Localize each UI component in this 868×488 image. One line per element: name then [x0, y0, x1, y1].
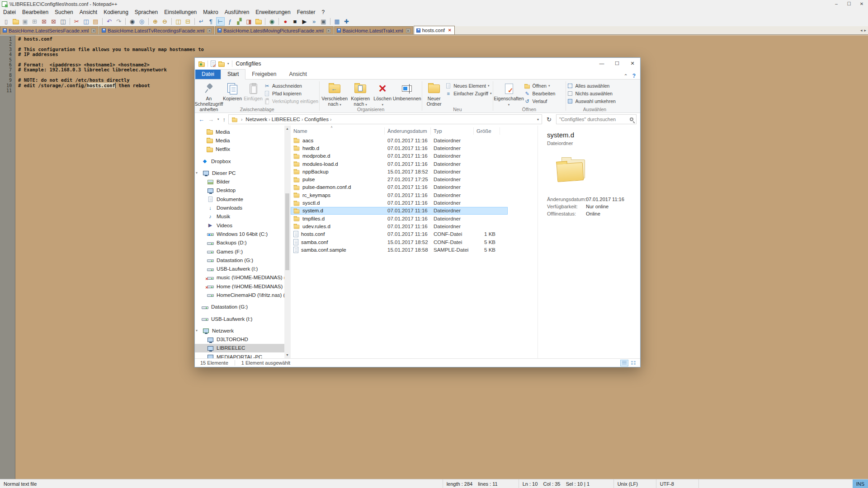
file-row-tmpfiles-d[interactable]: tmpfiles.d07.01.2017 11:16Dateiordner	[291, 215, 538, 222]
plugin-a-icon[interactable]: ▦	[333, 17, 341, 26]
sidebar-item-dokumente[interactable]: Dokumente	[195, 195, 290, 203]
undo-icon[interactable]: ↶	[105, 17, 113, 26]
sidebar-item-dropbox[interactable]: ◆Dropbox	[195, 157, 290, 165]
edit-button[interactable]: ✎Bearbeiten	[524, 90, 556, 97]
sidebar-item-usb-laufwerk-i[interactable]: USB-Laufwerk (I:)	[195, 314, 290, 323]
address-dropdown-icon[interactable]: ▾	[537, 117, 539, 122]
menu-sprachen[interactable]: Sprachen	[132, 9, 161, 16]
copy-icon[interactable]: ◫	[82, 17, 90, 26]
npp-maximize-button[interactable]: ☐	[843, 0, 855, 8]
file-row-modules-load-d[interactable]: modules-load.d07.01.2017 11:16Dateiordne…	[291, 160, 538, 168]
redo-icon[interactable]: ↷	[114, 17, 123, 26]
save-icon[interactable]: ▣	[21, 17, 29, 26]
column-header-date[interactable]: Änderungsdatum	[385, 127, 431, 135]
menu-kodierung[interactable]: Kodierung	[100, 9, 132, 16]
tab-basichome-latestmovingpicturesfacade-xml[interactable]: BasicHome.LatestMovingPicturesFacade.xml…	[215, 26, 333, 34]
npp-minimize-button[interactable]: –	[830, 0, 843, 8]
file-row-pulse[interactable]: pulse27.01.2017 17:25Dateiordner	[291, 175, 538, 183]
file-row-hwdb-d[interactable]: hwdb.d07.01.2017 11:16Dateiordner	[291, 144, 538, 152]
zoom-in-icon[interactable]: ⊕	[151, 17, 160, 26]
file-row-samba-conf-sample[interactable]: samba.conf.sample15.01.2017 18:58SAMPLE-…	[291, 246, 538, 253]
ribbon-tab-datei[interactable]: Datei	[195, 70, 221, 79]
sidebar-item-dieser-pc[interactable]: ▾Dieser PC	[195, 169, 290, 177]
column-header-size[interactable]: Größe	[474, 127, 500, 135]
plugin-b-icon[interactable]: ✚	[342, 17, 351, 26]
menu-ausf-hren[interactable]: Ausführen	[222, 9, 253, 16]
save-macro-icon[interactable]: ▣	[319, 17, 328, 26]
menu-einstellungen[interactable]: Einstellungen	[161, 9, 200, 16]
sidebar-item-mediaportal-pc[interactable]: MEDIAPORTAL-PC	[195, 352, 290, 358]
monitoring-icon[interactable]: ◉	[268, 17, 276, 26]
forward-button[interactable]: →	[208, 116, 214, 123]
sidebar-item-windows-10-64bit-c[interactable]: Windows 10 64bit (C:)	[195, 230, 290, 238]
search-input[interactable]: "Configfiles" durchsuchen	[556, 114, 637, 124]
expand-caret-icon[interactable]: ▾	[196, 328, 199, 333]
qat-new-folder-icon[interactable]	[218, 62, 225, 67]
new-folder-button[interactable]: Neuer Ordner	[423, 81, 445, 107]
file-row-sysctl-d[interactable]: sysctl.d07.01.2017 11:16Dateiordner	[291, 199, 538, 206]
doc-map-icon[interactable]: ▞	[235, 17, 244, 26]
copy-path-button[interactable]: Pfad kopieren	[264, 90, 318, 97]
qat-properties-icon[interactable]	[211, 61, 216, 67]
sidebar-item-netflix[interactable]: Netflix	[195, 145, 290, 154]
scroll-up-icon[interactable]: ▲	[284, 126, 290, 132]
word-wrap-icon[interactable]: ↵	[197, 17, 206, 26]
find-icon[interactable]: ◉	[128, 17, 137, 26]
explorer-close-button[interactable]: ✕	[625, 58, 640, 70]
move-to-button[interactable]: ← Verschieben nach ▾	[321, 81, 349, 107]
file-row-udev-rules-d[interactable]: udev.rules.d07.01.2017 11:16Dateiordner	[291, 222, 538, 230]
tab-scroll-left-icon[interactable]: ◂	[860, 28, 863, 33]
file-row-system-d[interactable]: system.d07.01.2017 11:16Dateiordner	[291, 207, 508, 215]
paste-button[interactable]: Einfügen	[243, 81, 264, 101]
sidebar-item-d3ltorohd[interactable]: D3LTOROHD	[195, 335, 290, 344]
sidebar-item-home-home-medianas-y[interactable]: ✕Home (\\HOME-MEDIANAS) (Y:)	[195, 282, 290, 291]
sidebar-item-datastation-g[interactable]: Datastation (G:)	[195, 303, 290, 311]
function-list-icon[interactable]: ƒ	[226, 17, 234, 26]
sidebar-item-bilder[interactable]: Bilder	[195, 177, 290, 186]
explorer-minimize-button[interactable]: —	[594, 58, 609, 70]
nav-scrollbar[interactable]: ▲ ▼	[284, 126, 290, 358]
file-row-samba-conf[interactable]: samba.conf15.01.2017 18:52CONF-Datei5 KB	[291, 238, 538, 246]
cut-icon[interactable]: ✂	[72, 17, 81, 26]
tab-scroll-right-icon[interactable]: ▸	[864, 28, 866, 33]
back-button[interactable]: ←	[198, 116, 204, 123]
tab-close-icon[interactable]: ✕	[207, 28, 212, 33]
expand-caret-icon[interactable]: ▾	[196, 171, 199, 175]
folder-workspace-icon[interactable]	[254, 17, 263, 26]
select-none-button[interactable]: Nichts auswählen	[567, 90, 616, 97]
sync-scroll-h-icon[interactable]: ⊟	[184, 17, 192, 26]
close-file-icon[interactable]: ⊠	[40, 17, 48, 26]
ribbon-tab-freigeben[interactable]: Freigeben	[245, 70, 283, 79]
file-row-aacs[interactable]: aacs07.01.2017 11:16Dateiordner	[291, 136, 538, 144]
tab-hosts-conf[interactable]: hosts.conf✕	[414, 26, 455, 34]
show-all-chars-icon[interactable]: ¶	[207, 17, 215, 26]
menu-erweiterungen[interactable]: Erweiterungen	[252, 9, 293, 16]
sync-scroll-v-icon[interactable]: ◫	[174, 17, 183, 26]
tab-basichome-latesttrakt-xml[interactable]: BasicHome.LatestTrakt.xml✕	[334, 26, 413, 34]
open-folder-icon[interactable]	[11, 17, 20, 26]
new-item-button[interactable]: Neues Element▾	[445, 83, 491, 89]
icons-view-button[interactable]	[629, 360, 637, 366]
replace-icon[interactable]: ◎	[137, 17, 146, 26]
stop-record-icon[interactable]: ■	[291, 17, 299, 26]
menu-suchen[interactable]: Suchen	[52, 9, 76, 16]
history-button[interactable]: ↺Verlauf	[524, 98, 556, 104]
tab-basichome-latestseriesfacade-xml[interactable]: BasicHome.LatestSeriesFacade.xml✕	[0, 26, 99, 34]
copy-button[interactable]: Kopieren	[222, 81, 243, 101]
sidebar-item-music-home-medianas-x[interactable]: ✕music (\\HOME-MEDIANAS) (X:)	[195, 273, 290, 282]
sidebar-item-media[interactable]: Media	[195, 127, 290, 136]
delete-button[interactable]: ✕ Löschen ▾	[372, 81, 393, 107]
recent-locations-dropdown[interactable]: ▾	[217, 117, 219, 121]
play-macro-icon[interactable]: ▶	[300, 17, 309, 26]
sidebar-item-games-f[interactable]: Games (F:)	[195, 247, 290, 256]
sidebar-item-usb-laufwerk-i[interactable]: USB-Laufwerk (I:)	[195, 264, 290, 273]
qat-customize-icon[interactable]: ▾	[227, 62, 229, 66]
run-macro-multiple-icon[interactable]: »	[310, 17, 318, 26]
sidebar-item-datastation-g[interactable]: Datastation (G:)	[195, 256, 290, 264]
column-header-name[interactable]: Name	[291, 127, 385, 135]
sidebar-item-netzwerk[interactable]: ▾Netzwerk	[195, 326, 290, 335]
easy-access-button[interactable]: ≡Einfacher Zugriff▾	[445, 90, 491, 97]
open-button[interactable]: Öffnen▾	[524, 83, 556, 89]
breadcrumb-libreelec[interactable]: LIBREELEC	[272, 117, 300, 122]
tab-close-icon[interactable]: ✕	[91, 28, 96, 33]
